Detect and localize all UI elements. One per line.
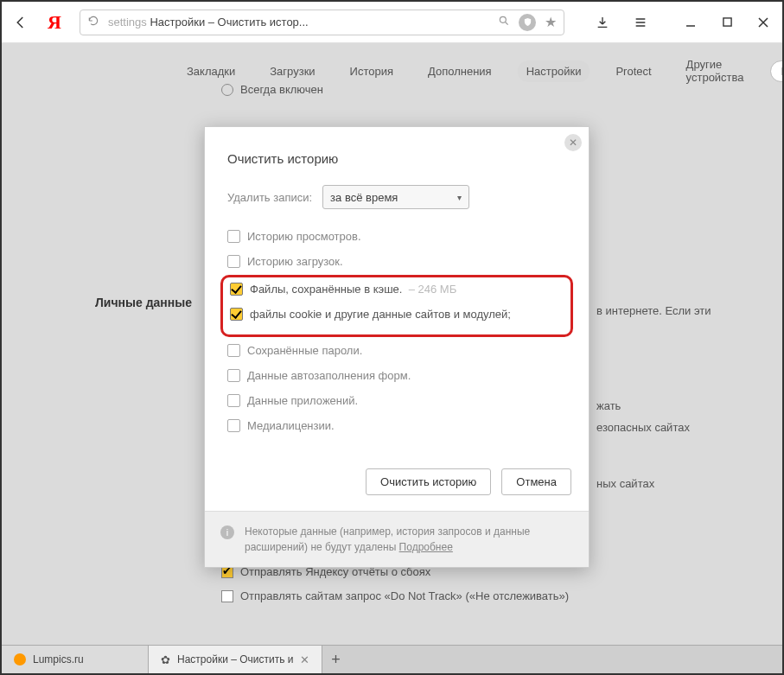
- option-label: Данные приложений.: [247, 394, 358, 407]
- footer-more-link[interactable]: Подробнее: [399, 541, 453, 553]
- nav-tab[interactable]: Закладки: [178, 60, 244, 82]
- option-cached-files[interactable]: Файлы, сохранённые в кэше. – 246 МБ: [230, 283, 564, 296]
- checkbox-icon[interactable]: [230, 283, 243, 296]
- browser-tab-active[interactable]: ✿ Настройки – Очистить и ✕: [149, 646, 322, 673]
- dialog-close-button[interactable]: ✕: [564, 134, 582, 151]
- option-browsing-history[interactable]: Историю просмотров.: [227, 230, 566, 243]
- time-range-label: Удалить записи:: [227, 191, 312, 204]
- bg-checkbox-row[interactable]: Отправлять сайтам запрос «Do Not Track» …: [221, 589, 569, 602]
- option-cookies[interactable]: файлы cookie и другие данные сайтов и мо…: [230, 308, 564, 321]
- option-download-history[interactable]: Историю загрузок.: [227, 255, 566, 268]
- back-button[interactable]: [12, 14, 29, 31]
- option-saved-passwords[interactable]: Сохранённые пароли.: [227, 344, 566, 357]
- select-value: за всё время: [330, 191, 398, 204]
- downloads-icon[interactable]: [594, 14, 611, 31]
- option-label: Историю загрузок.: [247, 255, 343, 268]
- option-app-data[interactable]: Данные приложений.: [227, 394, 566, 407]
- checkbox-icon[interactable]: [227, 344, 240, 357]
- option-label: Файлы, сохранённые в кэше. – 246 МБ: [250, 283, 456, 296]
- bg-text-fragment: езопасных сайтах: [596, 421, 690, 434]
- nav-tab-active[interactable]: Настройки: [518, 60, 590, 82]
- clear-history-button[interactable]: Очистить историю: [366, 468, 491, 495]
- highlight-annotation: Файлы, сохранённые в кэше. – 246 МБ файл…: [220, 275, 573, 337]
- option-label: Сохранённые пароли.: [247, 344, 362, 357]
- option-label: файлы cookie и другие данные сайтов и мо…: [250, 308, 511, 321]
- nav-search[interactable]: Пои: [770, 60, 784, 82]
- dialog-title: Очистить историю: [227, 151, 566, 166]
- option-label: Данные автозаполнения форм.: [247, 369, 411, 382]
- tab-close-icon[interactable]: ✕: [300, 653, 309, 666]
- footer-text: Некоторые данные (например, история запр…: [245, 524, 573, 555]
- nav-tab[interactable]: Дополнения: [419, 60, 500, 82]
- checkbox-icon[interactable]: [227, 394, 240, 407]
- window-maximize-button[interactable]: [718, 14, 736, 31]
- checkbox-icon[interactable]: [221, 590, 233, 602]
- checkbox-icon[interactable]: [230, 308, 243, 321]
- bg-radio-row: Всегда включен: [221, 83, 323, 96]
- bg-text-fragment: жать: [596, 399, 621, 412]
- toolbar-right: [594, 14, 772, 31]
- option-autofill-data[interactable]: Данные автозаполнения форм.: [227, 369, 566, 382]
- time-range-select[interactable]: за всё время ▾: [322, 185, 469, 209]
- browser-toolbar: Я settings Настройки – Очистить истор...…: [2, 2, 782, 43]
- address-bar[interactable]: settings Настройки – Очистить истор... ★: [80, 10, 564, 35]
- nav-tab[interactable]: Другие устройства: [678, 54, 753, 88]
- browser-tab[interactable]: Lumpics.ru: [2, 646, 149, 673]
- checkbox-icon[interactable]: [227, 369, 240, 382]
- bg-text-fragment: ных сайтах: [596, 477, 654, 490]
- checkbox-icon[interactable]: [227, 255, 240, 268]
- tab-title: Настройки – Очистить и: [177, 653, 293, 665]
- new-tab-button[interactable]: +: [322, 646, 348, 673]
- menu-icon[interactable]: [632, 14, 649, 31]
- nav-tab[interactable]: Загрузки: [261, 60, 323, 82]
- checkbox-icon[interactable]: [227, 419, 240, 432]
- svg-point-0: [500, 16, 506, 22]
- url-text: settings Настройки – Очистить истор...: [108, 16, 489, 29]
- favicon-icon: [14, 653, 26, 665]
- bg-check-label: Отправлять сайтам запрос «Do Not Track» …: [240, 589, 569, 602]
- bg-radio-label: Всегда включен: [240, 83, 323, 96]
- svg-rect-1: [723, 18, 730, 26]
- tab-title: Lumpics.ru: [33, 653, 84, 665]
- nav-tab[interactable]: Protect: [607, 60, 660, 82]
- window-minimize-button[interactable]: [682, 14, 699, 31]
- clear-history-dialog: ✕ Очистить историю Удалить записи: за вс…: [204, 126, 590, 568]
- option-label: Историю просмотров.: [247, 230, 361, 243]
- bg-text-fragment: в интернете. Если эти: [596, 304, 711, 317]
- shield-icon[interactable]: [519, 14, 536, 31]
- section-heading: Личные данные: [95, 296, 192, 309]
- cancel-button[interactable]: Отмена: [501, 468, 571, 495]
- gear-icon: ✿: [161, 653, 170, 666]
- chevron-down-icon: ▾: [457, 193, 462, 202]
- bookmark-star-icon[interactable]: ★: [545, 14, 557, 30]
- yandex-logo[interactable]: Я: [45, 11, 64, 34]
- reload-icon[interactable]: [87, 15, 99, 29]
- checkbox-icon[interactable]: [227, 230, 240, 243]
- info-icon: i: [220, 525, 234, 539]
- browser-tabbar: Lumpics.ru ✿ Настройки – Очистить и ✕ +: [2, 645, 782, 673]
- search-icon[interactable]: [498, 15, 510, 29]
- window-close-button[interactable]: [755, 14, 772, 31]
- option-media-licenses[interactable]: Медиалицензии.: [227, 419, 566, 432]
- radio-icon[interactable]: [221, 84, 233, 96]
- nav-tab[interactable]: История: [341, 60, 402, 82]
- dialog-footer: i Некоторые данные (например, история за…: [205, 511, 589, 567]
- option-label: Медиалицензии.: [247, 419, 335, 432]
